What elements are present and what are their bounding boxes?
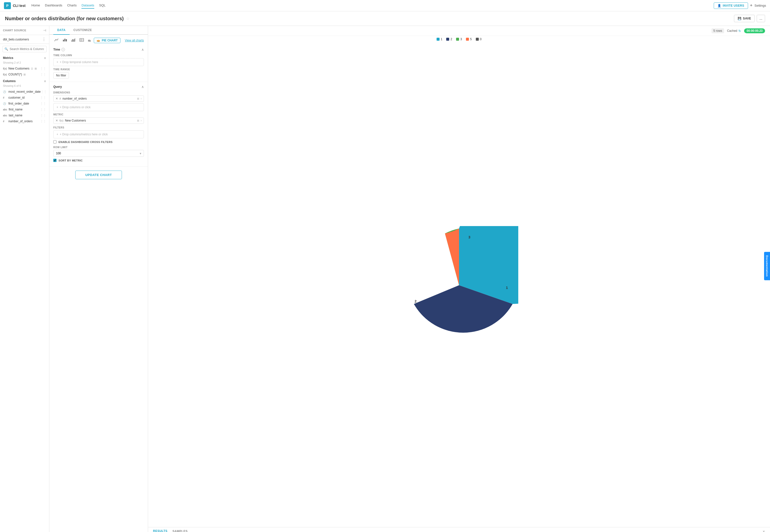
column-item-number-of-orders[interactable]: # number_of_orders ⋮⋮	[0, 118, 49, 124]
metrics-showing: Showing 2 of 2	[0, 61, 49, 66]
legend-dot-1	[437, 38, 439, 41]
navbar-right: 👤 INVITE USERS + Settings	[714, 2, 766, 9]
metric-item-count[interactable]: f(x) COUNT(*) ⊠ ⋮⋮	[0, 71, 49, 77]
dimension-tag-close[interactable]: ✕	[55, 97, 58, 100]
legend-item-0: 0	[476, 37, 482, 41]
legend-item-5: 5	[466, 37, 472, 41]
legend-dot-5	[466, 38, 469, 41]
svg-rect-3	[80, 38, 84, 41]
search-metrics-input[interactable]	[2, 46, 47, 52]
metrics-title: Metrics	[3, 56, 13, 60]
metric-tag-row: ✕ f(x) New Customers ⊠ ›	[53, 117, 144, 124]
time-section-title: Time i	[53, 48, 65, 51]
chart-table-button[interactable]	[78, 37, 85, 44]
nav-home[interactable]: Home	[31, 2, 40, 9]
cross-filters-checkbox[interactable]	[53, 140, 56, 143]
nav-dashboards[interactable]: Dashboards	[45, 2, 62, 9]
tab-data[interactable]: DATA	[53, 26, 70, 35]
metric-tag-label: New Customers	[65, 119, 135, 122]
save-button[interactable]: 💾 SAVE	[734, 15, 755, 22]
time-collapse-button[interactable]: ∧	[141, 48, 144, 52]
page-header: Number or orders distribution (for new c…	[0, 11, 770, 26]
time-badge: 00:00:00.23	[744, 28, 765, 33]
row-limit-select-wrapper: 100 ▾	[53, 150, 144, 157]
bottom-tab-results[interactable]: RESULTS	[153, 529, 167, 532]
more-options-button[interactable]: ...	[757, 15, 765, 22]
metric-tag-close[interactable]: ✕	[55, 119, 58, 122]
dimension-drop-zone[interactable]: + + Drop columns or click	[53, 103, 144, 111]
view-all-charts-link[interactable]: View all charts	[125, 39, 144, 42]
column-item-most-recent-order-date[interactable]: 🕐 most_recent_order_date ⋮⋮	[0, 89, 49, 95]
brand-name: CLI test	[13, 4, 25, 8]
search-icon: 🔍	[4, 47, 8, 51]
nav-charts[interactable]: Charts	[67, 2, 76, 9]
nav-sql[interactable]: SQL	[99, 2, 106, 9]
pie-chart-svg: 1 2 3	[400, 226, 518, 344]
nav-plus-button[interactable]: +	[750, 3, 753, 8]
sort-by-metric-checkbox[interactable]	[53, 159, 56, 162]
time-range-button[interactable]: No filter	[53, 72, 69, 79]
column-item-first-name[interactable]: abc first_name ⋮⋮	[0, 106, 49, 112]
cached-badge[interactable]: Cached ↻	[727, 29, 741, 33]
bottom-expand-icon[interactable]: ∨	[763, 530, 765, 532]
dataset-options-icon[interactable]: ⋮	[42, 37, 46, 42]
svg-rect-1	[64, 39, 65, 41]
documentation-sidebar[interactable]: Documentation	[764, 252, 770, 280]
header-actions: 💾 SAVE ...	[734, 15, 765, 22]
metrics-collapse-icon[interactable]: ∧	[44, 56, 46, 60]
invite-users-button[interactable]: 👤 INVITE USERS	[714, 2, 748, 9]
columns-showing: Showing 6 of 6	[0, 84, 49, 89]
drag-col-3-icon: ⋮⋮	[40, 108, 46, 111]
dimension-tag-arrow-icon[interactable]: ›	[141, 97, 142, 100]
svg-rect-2	[66, 39, 67, 41]
star-icon[interactable]: ☆	[126, 16, 129, 21]
user-icon: 👤	[717, 4, 721, 7]
time-section: Time i ∧ TIME COLUMN + + Drop temporal c…	[49, 45, 148, 82]
tab-customize[interactable]: CUSTOMIZE	[70, 26, 96, 35]
drag-col-0-icon: ⋮⋮	[41, 90, 47, 93]
drag-col-2-icon: ⋮⋮	[40, 102, 46, 105]
pie-chart-selected[interactable]: 🥧 PIE CHART	[94, 38, 120, 43]
legend-item-3: 3	[456, 37, 462, 41]
row-limit-label: ROW LIMIT	[53, 146, 144, 149]
legend-dot-0	[476, 38, 479, 41]
chart-4k-button[interactable]: 4k	[87, 37, 92, 44]
sort-by-metric-label: SORT BY METRIC	[58, 159, 83, 162]
chart-area-button[interactable]	[70, 37, 76, 44]
nav-datasets[interactable]: Datasets	[81, 2, 94, 9]
pie-label-1: 1	[506, 286, 508, 290]
row-limit-section: ROW LIMIT 100 ▾	[53, 146, 144, 157]
update-chart-button[interactable]: UPDATE CHART	[75, 171, 122, 179]
chart-line-button[interactable]	[53, 37, 60, 44]
drag-col-5-icon: ⋮⋮	[40, 120, 46, 123]
pie-segment-orange	[445, 229, 459, 285]
dimension-plus-icon: +	[56, 106, 58, 109]
chart-source-header: Chart Source ⊣	[0, 26, 49, 35]
metric-item-new-customers[interactable]: f(x) New Customers ⊡ ⊠ ⋮⋮	[0, 66, 49, 71]
legend-dot-2	[446, 38, 449, 41]
time-column-drop-zone[interactable]: + + Drop temporal column here	[53, 58, 144, 66]
chart-source-label: Chart Source	[3, 29, 26, 32]
query-collapse-button[interactable]: ∧	[141, 85, 144, 89]
columns-collapse-icon[interactable]: ∧	[44, 79, 46, 83]
time-column-label: TIME COLUMN	[53, 54, 144, 57]
metric-label: METRIC	[53, 113, 144, 116]
column-item-last-name[interactable]: abc last_name ⋮⋮	[0, 112, 49, 118]
pie-label-3: 3	[468, 235, 470, 239]
drag-handle-icon: ⋮⋮	[40, 67, 46, 70]
metric-tag-info-icon: ⊠	[137, 119, 139, 122]
main-layout: Chart Source ⊣ dbt_beto.customers ⋮ 🔍 Me…	[0, 26, 770, 532]
row-limit-select[interactable]: 100	[53, 150, 144, 157]
nav-settings-button[interactable]: Settings	[754, 4, 766, 7]
metric-tag-arrow-icon[interactable]: ›	[141, 119, 142, 122]
bottom-tab-samples[interactable]: SAMPLES	[172, 530, 188, 532]
column-item-customer-id[interactable]: # customer_id ⋮⋮	[0, 95, 49, 101]
sidebar-collapse-icon[interactable]: ⊣	[43, 28, 46, 32]
column-item-first-order-date[interactable]: 🕐 first_order_date ⋮⋮	[0, 101, 49, 106]
left-sidebar: Chart Source ⊣ dbt_beto.customers ⋮ 🔍 Me…	[0, 26, 49, 532]
filters-plus-icon: +	[56, 133, 58, 136]
chart-bar-button[interactable]	[62, 37, 68, 44]
page-title: Number or orders distribution (for new c…	[5, 16, 124, 21]
navbar: P CLI test Home Dashboards Charts Datase…	[0, 0, 770, 11]
filters-drop-zone[interactable]: + + Drop columns/metrics here or click	[53, 130, 144, 138]
